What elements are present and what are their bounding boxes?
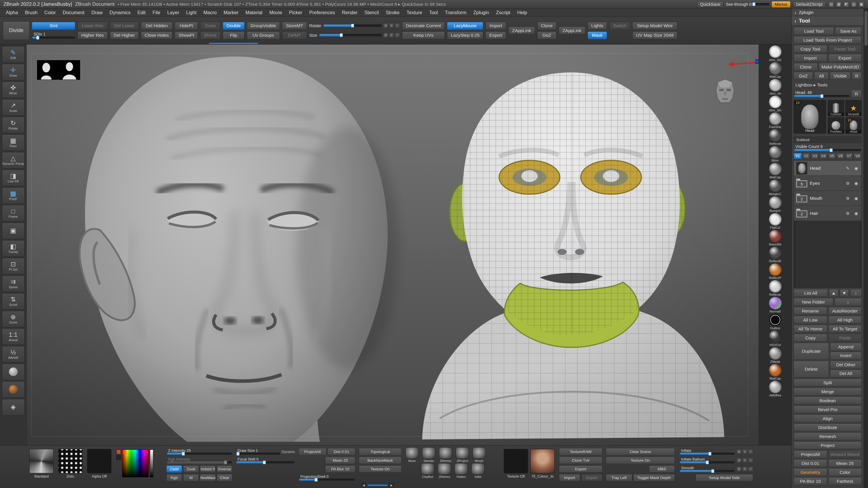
storemt-button[interactable]: StoreMT [282, 22, 307, 30]
geometry-button[interactable]: Geometry [794, 468, 827, 476]
texture-on-button[interactable]: Texture On [359, 465, 402, 473]
slider-handle[interactable] [314, 478, 318, 482]
all-high-button[interactable]: All High [828, 316, 862, 324]
projectionshell-0-slider[interactable]: ProjectionShell 0 [299, 474, 355, 481]
color-picker[interactable] [116, 450, 153, 477]
amount-mixed-button[interactable]: Amount Mixed [828, 450, 862, 458]
pt-sel-button[interactable]: ⊡Pt Sel [2, 258, 25, 274]
version-tab-v1[interactable]: V1 [794, 153, 802, 159]
back-arrow-icon[interactable]: ‹ [795, 18, 797, 24]
smooth-slider[interactable]: Smooth [679, 465, 735, 473]
layout-icon[interactable]: ▤ [828, 1, 834, 7]
scale-button[interactable]: ↗Scale [2, 99, 25, 116]
floor-button[interactable]: ▦Floor [2, 134, 25, 151]
clone-button[interactable]: Clone [794, 63, 818, 71]
polyf-button[interactable]: ▩PolyF [2, 187, 25, 204]
pa-blur-10-button[interactable]: PA Blur 10 [325, 465, 355, 473]
flatten-brush-thumbnail[interactable]: Flatten [454, 463, 468, 479]
backfacemask-button[interactable]: BackfaceMask [359, 457, 402, 464]
scrollbar-thumb[interactable] [865, 11, 867, 46]
inverse-button[interactable]: Inverse [217, 465, 232, 473]
material-item-blinn[interactable]: Blinn [769, 146, 781, 162]
r-button[interactable]: R [851, 90, 862, 98]
material-item-normali[interactable]: NormalI [769, 297, 781, 313]
transp-button[interactable]: ◧Transp [2, 240, 25, 257]
tool-palette-header[interactable]: ‹ Tool [792, 16, 864, 26]
rename-button[interactable]: Rename [794, 307, 827, 315]
new-folder-button[interactable]: New Folder [794, 298, 833, 306]
uv-groups-button[interactable]: Uv Groups [247, 32, 280, 39]
current-color-swatch[interactable] [116, 450, 121, 454]
version-tab-v6[interactable]: V6 [836, 153, 844, 159]
dist-0-01-button[interactable]: Dist 0.01 [328, 448, 355, 455]
material-item-zmetal[interactable]: ZMetal [769, 347, 781, 363]
boolean-button[interactable]: Boolean [794, 397, 862, 404]
all-to-target-button[interactable]: All To Target [828, 325, 862, 333]
goz-button[interactable]: GoZ [794, 72, 813, 80]
menus-button[interactable]: Menus [772, 1, 791, 7]
dist-0-01-button[interactable]: Dist 0.01 [794, 459, 827, 467]
higher-res-button[interactable]: Higher Res [78, 32, 107, 39]
slider-increase-button[interactable]: + [742, 466, 747, 472]
menu-item-macro[interactable]: Macro [200, 9, 220, 17]
gear-icon[interactable]: ⚙ [845, 181, 850, 186]
scroll-button[interactable]: ⇅Scroll [2, 293, 25, 310]
all-to-home-button[interactable]: All To Home [794, 325, 827, 333]
color-gradient-square[interactable] [122, 450, 149, 477]
mask-button[interactable]: Mask [588, 32, 607, 39]
remesh-button[interactable]: Remesh [794, 432, 862, 440]
all-low-button[interactable]: All Low [794, 316, 827, 324]
import-button[interactable]: Import [486, 22, 506, 30]
r-button[interactable]: R [852, 72, 862, 80]
zremes-brush-thumbnail[interactable]: ZRemes [437, 463, 452, 479]
actual-button[interactable]: 1:1Actual [2, 328, 25, 345]
slider-handle[interactable] [237, 452, 240, 456]
slider-handle[interactable] [36, 36, 39, 40]
material-item-basicma[interactable]: BasicMa [769, 230, 781, 246]
menu-item-color[interactable]: Color [41, 9, 59, 17]
slider-decrease-button[interactable]: − [748, 466, 753, 472]
distribute-button[interactable]: Distribute [794, 424, 862, 431]
menu-item-zplugin[interactable]: Zplugin [470, 9, 492, 17]
subtool-section-header[interactable]: Subtool [794, 136, 862, 143]
subtool-row-head[interactable]: Head ✎ ◉ [794, 161, 861, 176]
m-button[interactable]: M [183, 474, 199, 481]
rgb-button[interactable]: Rgb [166, 474, 182, 481]
menu-item-tool[interactable]: Tool [426, 9, 441, 17]
smt-button[interactable]: Smt [32, 22, 75, 30]
color-button[interactable]: Color [828, 468, 862, 476]
copy-button[interactable]: Copy [794, 334, 827, 342]
move-brush-thumbnail[interactable]: Move [405, 447, 419, 462]
farthest-button[interactable]: Farthest [828, 477, 862, 485]
menu-item-help[interactable]: Help [514, 9, 531, 17]
visible-button[interactable]: Visible [830, 72, 850, 80]
double-button[interactable]: Double [223, 22, 245, 30]
version-tab-v5[interactable]: V5 [828, 153, 836, 159]
menu-item-alpha[interactable]: Alpha [2, 9, 22, 17]
hidept-button[interactable]: HidePt [175, 22, 197, 30]
lightbox-tools-button[interactable]: Lightbox ▸ Tools [794, 81, 862, 89]
make-polymesh3d-button[interactable]: Make PolyMesh3D [819, 63, 862, 71]
material-item-jellybea[interactable]: JellyBea [769, 381, 781, 397]
close-holes-button[interactable]: Close Holes [141, 32, 173, 39]
toggle-mask-depth-button[interactable]: Toggle Mask Depth [633, 474, 675, 481]
folder-down-button[interactable]: ↓ [834, 298, 862, 306]
material-item-bumpvi[interactable]: BumpVi [769, 196, 781, 213]
mean-25-button[interactable]: Mean 25 [828, 459, 862, 467]
split-button[interactable]: Split [794, 379, 862, 387]
brush-thumbnail[interactable]: Standard [29, 449, 54, 479]
save-as-button[interactable]: Save As [835, 27, 862, 35]
material-item-zbro-ski[interactable]: zbro_Ski [769, 45, 781, 62]
theme-icon[interactable]: ◩ [843, 1, 849, 7]
slider-handle[interactable] [340, 33, 343, 37]
projectall-button[interactable]: ProjectAll [299, 448, 327, 455]
slider-decrease-button[interactable]: − [395, 33, 400, 38]
folder-icon[interactable]: 2 [796, 210, 807, 218]
export-button[interactable]: Export [559, 465, 602, 473]
projectall-button[interactable]: ProjectAll [794, 450, 827, 458]
viewmask-button[interactable]: ViewMask [200, 474, 216, 481]
append-button[interactable]: Append [830, 343, 862, 351]
menu-item-texture[interactable]: Texture [403, 9, 426, 17]
menu-item-light[interactable]: Light [183, 9, 200, 17]
focal-shift-0-slider[interactable]: Focal Shift 0 [236, 457, 295, 464]
